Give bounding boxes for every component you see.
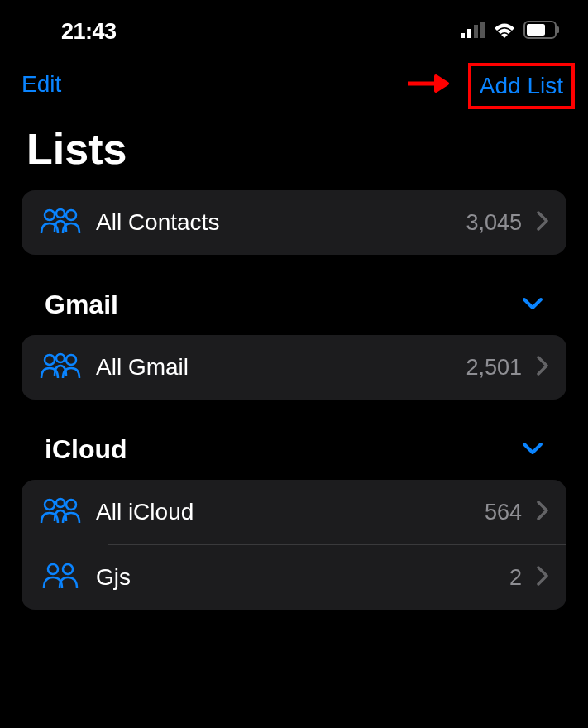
edit-button[interactable]: Edit [22, 71, 61, 98]
cellular-icon [461, 22, 485, 41]
svg-point-12 [66, 355, 76, 365]
nav-bar: Edit Add List [22, 48, 566, 113]
chevron-right-icon [537, 356, 548, 379]
all-contacts-label: All Contacts [96, 209, 451, 236]
svg-point-13 [45, 500, 55, 510]
all-icloud-label: All iCloud [96, 499, 470, 525]
chevron-right-icon [537, 211, 548, 234]
gmail-card: All Gmail 2,501 [22, 335, 566, 400]
chevron-right-icon [537, 566, 548, 589]
highlight-arrow-icon [406, 71, 452, 99]
all-contacts-count: 3,045 [466, 210, 522, 236]
svg-point-8 [56, 209, 65, 218]
section-header-icloud[interactable]: iCloud [22, 434, 566, 480]
all-icloud-count: 564 [485, 500, 522, 525]
status-icons [461, 21, 560, 42]
all-gmail-label: All Gmail [96, 354, 451, 381]
chevron-right-icon [537, 500, 548, 524]
status-time: 21:43 [61, 19, 117, 45]
icloud-card: All iCloud 564 Gjs 2 [22, 480, 566, 610]
gjs-label: Gjs [96, 564, 495, 591]
chevron-down-icon [522, 442, 543, 458]
svg-point-10 [45, 355, 55, 365]
status-bar: 21:43 [0, 0, 588, 48]
gjs-row[interactable]: Gjs 2 [22, 545, 566, 610]
people-group-icon [40, 352, 81, 383]
wifi-icon [492, 21, 517, 42]
add-list-button[interactable]: Add List [480, 73, 563, 98]
svg-point-7 [45, 210, 55, 220]
people-group-icon [40, 207, 81, 238]
svg-rect-3 [480, 22, 485, 38]
svg-rect-2 [474, 25, 478, 38]
svg-point-16 [48, 564, 58, 574]
svg-rect-5 [527, 24, 545, 36]
all-gmail-row[interactable]: All Gmail 2,501 [22, 335, 566, 400]
add-list-highlight: Add List [468, 63, 575, 109]
chevron-down-icon [522, 297, 543, 314]
svg-point-17 [63, 564, 73, 574]
all-contacts-row[interactable]: All Contacts 3,045 [22, 190, 566, 255]
gjs-count: 2 [509, 565, 522, 591]
svg-point-9 [66, 210, 76, 220]
svg-rect-1 [467, 29, 471, 38]
svg-rect-6 [557, 26, 559, 33]
page-title: Lists [22, 113, 566, 190]
section-header-gmail[interactable]: Gmail [22, 290, 566, 335]
svg-point-11 [56, 354, 65, 362]
svg-point-14 [56, 499, 65, 507]
all-icloud-row[interactable]: All iCloud 564 [22, 480, 566, 544]
all-gmail-count: 2,501 [466, 355, 522, 381]
svg-rect-0 [461, 33, 465, 38]
svg-point-15 [66, 500, 76, 510]
people-pair-icon [40, 562, 81, 593]
all-contacts-card: All Contacts 3,045 [22, 190, 566, 255]
section-title-gmail: Gmail [45, 290, 118, 320]
section-title-icloud: iCloud [45, 434, 127, 465]
people-group-icon [40, 496, 81, 528]
battery-icon [523, 21, 560, 42]
